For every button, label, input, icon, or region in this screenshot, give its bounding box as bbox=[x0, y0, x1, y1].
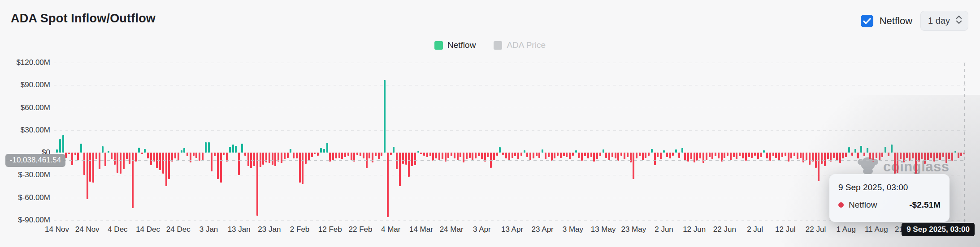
netflow-bar[interactable] bbox=[560, 153, 562, 158]
netflow-bar[interactable] bbox=[150, 153, 152, 165]
netflow-bar[interactable] bbox=[675, 149, 677, 153]
netflow-bar[interactable] bbox=[375, 153, 377, 156]
netflow-bar[interactable] bbox=[590, 153, 592, 157]
netflow-bar[interactable] bbox=[572, 153, 574, 156]
netflow-bar[interactable] bbox=[718, 153, 720, 158]
netflow-bar[interactable] bbox=[144, 149, 146, 153]
netflow-bar[interactable] bbox=[195, 153, 197, 158]
netflow-bar[interactable] bbox=[466, 153, 468, 159]
netflow-bar[interactable] bbox=[927, 153, 929, 160]
netflow-bar[interactable] bbox=[939, 153, 941, 160]
netflow-bar[interactable] bbox=[624, 153, 625, 159]
netflow-bar[interactable] bbox=[778, 153, 780, 160]
netflow-bar[interactable] bbox=[903, 153, 905, 162]
netflow-bar[interactable] bbox=[165, 153, 167, 186]
netflow-bar[interactable] bbox=[174, 153, 176, 158]
netflow-bar[interactable] bbox=[842, 153, 844, 158]
netflow-bar[interactable] bbox=[794, 153, 795, 156]
netflow-bar[interactable] bbox=[393, 147, 395, 153]
netflow-bar[interactable] bbox=[654, 153, 656, 165]
netflow-bar[interactable] bbox=[111, 153, 113, 159]
netflow-bar[interactable] bbox=[211, 153, 212, 171]
netflow-bar[interactable] bbox=[269, 153, 270, 163]
netflow-bar[interactable] bbox=[293, 153, 295, 158]
netflow-bar[interactable] bbox=[958, 153, 959, 158]
netflow-bar[interactable] bbox=[690, 153, 692, 159]
netflow-bar[interactable] bbox=[92, 153, 94, 183]
netflow-bar[interactable] bbox=[505, 153, 507, 158]
netflow-bar[interactable] bbox=[356, 153, 358, 155]
netflow-bar[interactable] bbox=[827, 153, 829, 159]
netflow-bar[interactable] bbox=[772, 153, 774, 156]
netflow-bar[interactable] bbox=[378, 153, 380, 159]
netflow-bar[interactable] bbox=[802, 153, 804, 162]
legend-item-netflow[interactable]: Netflow bbox=[434, 40, 476, 50]
netflow-bar[interactable] bbox=[736, 153, 737, 159]
netflow-bar[interactable] bbox=[881, 153, 883, 157]
netflow-bar[interactable] bbox=[951, 153, 953, 161]
netflow-bar[interactable] bbox=[930, 153, 932, 158]
netflow-bar[interactable] bbox=[460, 153, 461, 157]
netflow-bar[interactable] bbox=[68, 153, 70, 154]
netflow-bar[interactable] bbox=[183, 148, 185, 153]
netflow-bar[interactable] bbox=[232, 145, 234, 153]
netflow-bar[interactable] bbox=[159, 153, 161, 170]
netflow-bar[interactable] bbox=[199, 153, 200, 161]
netflow-bar[interactable] bbox=[469, 153, 471, 158]
netflow-bar[interactable] bbox=[423, 153, 425, 156]
netflow-bar[interactable] bbox=[548, 153, 550, 157]
netflow-bar[interactable] bbox=[891, 145, 893, 153]
netflow-bar[interactable] bbox=[405, 153, 407, 165]
netflow-bar[interactable] bbox=[608, 153, 610, 160]
netflow-bar[interactable] bbox=[669, 153, 671, 158]
netflow-bar[interactable] bbox=[308, 153, 310, 160]
netflow-bar[interactable] bbox=[475, 153, 477, 158]
netflow-bar[interactable] bbox=[384, 80, 386, 153]
netflow-bar[interactable] bbox=[435, 153, 437, 158]
netflow-bar[interactable] bbox=[332, 153, 334, 160]
netflow-bar[interactable] bbox=[104, 153, 106, 166]
netflow-bar[interactable] bbox=[620, 153, 622, 156]
netflow-bar[interactable] bbox=[617, 153, 619, 161]
netflow-bar[interactable] bbox=[190, 153, 191, 162]
netflow-bar[interactable] bbox=[545, 153, 546, 159]
netflow-bar[interactable] bbox=[569, 153, 571, 159]
netflow-bar[interactable] bbox=[387, 153, 389, 217]
netflow-bar[interactable] bbox=[363, 153, 364, 158]
netflow-bar[interactable] bbox=[284, 153, 286, 159]
netflow-bar[interactable] bbox=[557, 153, 559, 156]
netflow-bar[interactable] bbox=[526, 153, 528, 157]
netflow-bar[interactable] bbox=[463, 153, 464, 162]
netflow-bar[interactable] bbox=[299, 153, 301, 183]
netflow-bar[interactable] bbox=[83, 153, 85, 175]
netflow-bar[interactable] bbox=[369, 153, 370, 158]
netflow-bar[interactable] bbox=[499, 147, 501, 153]
netflow-bar[interactable] bbox=[681, 148, 683, 153]
netflow-bar[interactable] bbox=[800, 153, 802, 158]
netflow-bar[interactable] bbox=[141, 153, 143, 154]
netflow-bar[interactable] bbox=[493, 153, 495, 160]
netflow-bar[interactable] bbox=[487, 153, 489, 157]
netflow-bar[interactable] bbox=[781, 153, 783, 157]
netflow-bar[interactable] bbox=[129, 153, 130, 164]
netflow-bar[interactable] bbox=[848, 147, 850, 153]
netflow-bar[interactable] bbox=[256, 153, 258, 216]
netflow-bar[interactable] bbox=[117, 153, 118, 173]
netflow-bar[interactable] bbox=[77, 153, 79, 160]
netflow-bar[interactable] bbox=[281, 153, 282, 163]
netflow-bar[interactable] bbox=[563, 153, 565, 156]
netflow-bar[interactable] bbox=[660, 153, 662, 159]
netflow-bar[interactable] bbox=[253, 153, 255, 166]
netflow-bar[interactable] bbox=[960, 153, 962, 156]
netflow-bar[interactable] bbox=[709, 153, 711, 157]
netflow-bar[interactable] bbox=[587, 153, 589, 158]
netflow-bar[interactable] bbox=[599, 153, 601, 156]
netflow-bar[interactable] bbox=[876, 153, 877, 158]
netflow-bar[interactable] bbox=[80, 144, 82, 153]
netflow-bar[interactable] bbox=[894, 153, 896, 174]
netflow-bar[interactable] bbox=[897, 153, 898, 173]
netflow-bar[interactable] bbox=[62, 135, 64, 153]
netflow-bar[interactable] bbox=[524, 150, 525, 153]
netflow-bar[interactable] bbox=[126, 153, 128, 159]
netflow-bar[interactable] bbox=[123, 153, 125, 169]
